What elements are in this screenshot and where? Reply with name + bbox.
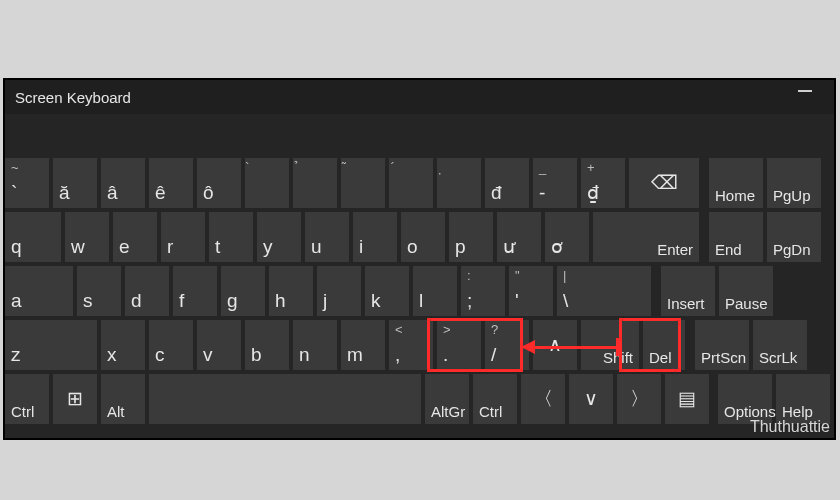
- key-pause[interactable]: Pause: [719, 266, 773, 316]
- key-options[interactable]: Options: [718, 374, 772, 424]
- key-minus[interactable]: _ -: [533, 158, 577, 208]
- key-a-breve[interactable]: ă: [53, 158, 97, 208]
- key-alt-left[interactable]: Alt: [101, 374, 145, 424]
- key-ctrl-right[interactable]: Ctrl: [473, 374, 517, 424]
- arrow-tail: [616, 338, 619, 356]
- key-n[interactable]: n: [293, 320, 337, 370]
- key-tone-dot[interactable]: ̣: [437, 158, 481, 208]
- key-prtscn[interactable]: PrtScn: [695, 320, 749, 370]
- key-e[interactable]: e: [113, 212, 157, 262]
- key-y[interactable]: y: [257, 212, 301, 262]
- key-tone-hook[interactable]: ̉: [293, 158, 337, 208]
- key-arrow-down[interactable]: ∨: [569, 374, 613, 424]
- key-equals[interactable]: + ₫: [581, 158, 625, 208]
- key-q[interactable]: q: [5, 212, 61, 262]
- key-d-stroke[interactable]: đ: [485, 158, 529, 208]
- key-c[interactable]: c: [149, 320, 193, 370]
- titlebar: Screen Keyboard: [5, 80, 834, 114]
- key-arrow-right[interactable]: 〉: [617, 374, 661, 424]
- key-z[interactable]: z: [5, 320, 97, 370]
- chevron-up-icon: ∧: [548, 333, 562, 356]
- key-o-horn[interactable]: ơ: [545, 212, 589, 262]
- key-f[interactable]: f: [173, 266, 217, 316]
- backspace-icon: ⌫: [651, 171, 678, 194]
- window-title: Screen Keyboard: [15, 89, 131, 106]
- key-p[interactable]: p: [449, 212, 493, 262]
- key-g[interactable]: g: [221, 266, 265, 316]
- key-backspace[interactable]: ⌫: [629, 158, 699, 208]
- key-help[interactable]: Help: [776, 374, 830, 424]
- key-u-horn[interactable]: ư: [497, 212, 541, 262]
- key-ctrl-left[interactable]: Ctrl: [5, 374, 49, 424]
- key-comma[interactable]: < ,: [389, 320, 433, 370]
- key-backtick[interactable]: ~ `: [5, 158, 49, 208]
- row-4: z x c v b n m < , > . ? / ∧: [5, 320, 834, 370]
- key-insert[interactable]: Insert: [661, 266, 715, 316]
- row-3: a s d f g h j k l : ; " ' | \: [5, 266, 834, 316]
- chevron-left-icon: 〈: [534, 386, 553, 412]
- key-e-circ[interactable]: ê: [149, 158, 193, 208]
- key-i[interactable]: i: [353, 212, 397, 262]
- key-w[interactable]: w: [65, 212, 109, 262]
- key-arrow-left[interactable]: 〈: [521, 374, 565, 424]
- key-backslash[interactable]: | \: [557, 266, 651, 316]
- row-2: q w e r t y u i o p ư ơ Enter End PgDn: [5, 212, 834, 262]
- key-b[interactable]: b: [245, 320, 289, 370]
- key-m[interactable]: m: [341, 320, 385, 370]
- key-tone-grave[interactable]: ̀: [245, 158, 289, 208]
- key-s[interactable]: s: [77, 266, 121, 316]
- key-shift[interactable]: Shift: [581, 320, 639, 370]
- row-5: Ctrl ⊞ Alt AltGr Ctrl 〈 ∨ 〉 ▤ Options He…: [5, 374, 834, 424]
- key-period[interactable]: > .: [437, 320, 481, 370]
- osk-window: Screen Keyboard ~ ` ă â ê ô ̀ ̉ ̃ ́ ̣ đ: [3, 78, 836, 440]
- minimize-button[interactable]: [798, 90, 812, 92]
- key-tone-tilde[interactable]: ̃: [341, 158, 385, 208]
- key-u[interactable]: u: [305, 212, 349, 262]
- chevron-down-icon: ∨: [584, 387, 598, 410]
- key-end[interactable]: End: [709, 212, 763, 262]
- key-quote[interactable]: " ': [509, 266, 553, 316]
- key-del[interactable]: Del: [643, 320, 685, 370]
- menu-icon: ▤: [678, 387, 696, 410]
- key-h[interactable]: h: [269, 266, 313, 316]
- key-arrow-up[interactable]: ∧: [533, 320, 577, 370]
- row-1: ~ ` ă â ê ô ̀ ̉ ̃ ́ ̣ đ _ - + ₫: [5, 158, 834, 208]
- key-j[interactable]: j: [317, 266, 361, 316]
- keyboard-area: ~ ` ă â ê ô ̀ ̉ ̃ ́ ̣ đ _ - + ₫: [5, 114, 834, 438]
- key-win[interactable]: ⊞: [53, 374, 97, 424]
- windows-icon: ⊞: [67, 387, 83, 410]
- key-k[interactable]: k: [365, 266, 409, 316]
- key-d[interactable]: d: [125, 266, 169, 316]
- key-r[interactable]: r: [161, 212, 205, 262]
- key-tone-acute[interactable]: ́: [389, 158, 433, 208]
- key-a[interactable]: a: [5, 266, 73, 316]
- key-o-circ[interactable]: ô: [197, 158, 241, 208]
- arrow-line: [529, 346, 619, 349]
- key-altgr[interactable]: AltGr: [425, 374, 469, 424]
- key-a-circ[interactable]: â: [101, 158, 145, 208]
- key-scrlk[interactable]: ScrLk: [753, 320, 807, 370]
- key-context-menu[interactable]: ▤: [665, 374, 709, 424]
- key-pgdn[interactable]: PgDn: [767, 212, 821, 262]
- key-enter[interactable]: Enter: [593, 212, 699, 262]
- arrow-head-icon: [521, 340, 535, 354]
- key-home[interactable]: Home: [709, 158, 763, 208]
- key-space[interactable]: [149, 374, 421, 424]
- key-v[interactable]: v: [197, 320, 241, 370]
- key-o[interactable]: o: [401, 212, 445, 262]
- chevron-right-icon: 〉: [630, 386, 649, 412]
- key-pgup[interactable]: PgUp: [767, 158, 821, 208]
- key-l[interactable]: l: [413, 266, 457, 316]
- key-semicolon[interactable]: : ;: [461, 266, 505, 316]
- key-x[interactable]: x: [101, 320, 145, 370]
- key-t[interactable]: t: [209, 212, 253, 262]
